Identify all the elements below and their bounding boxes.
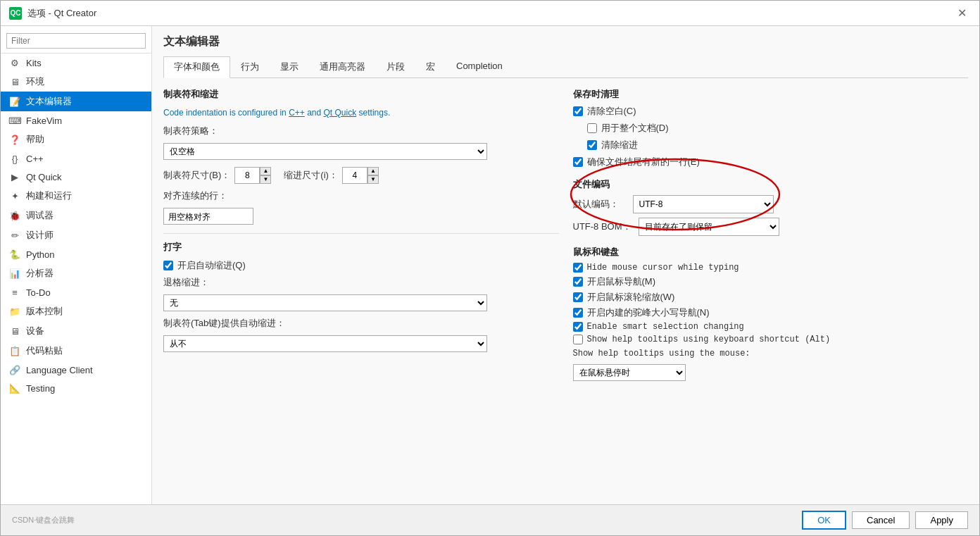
tab-size-row: 制表符尺寸(B)： ▲ ▼ 缩进尺寸(i)： ▲: [163, 167, 559, 184]
tab-policy-row: 制表符策略：: [163, 125, 559, 137]
kits-icon: ⚙: [9, 57, 20, 68]
keyboard-tooltip-row: Show help tooltips using keyboard shortc…: [573, 335, 969, 344]
show-help-select[interactable]: 在鼠标悬停时: [573, 364, 686, 381]
sidebar-item-label: 代码粘贴: [26, 344, 63, 357]
backspace-select[interactable]: 无: [163, 294, 487, 311]
sidebar-item-devices[interactable]: 🖥 设备: [1, 321, 151, 341]
left-panel: 制表符和缩进 Code indentation is configured in…: [163, 88, 559, 496]
sidebar-item-fakevim[interactable]: ⌨ FakeVim: [1, 111, 151, 130]
right-panel: 保存时清理 清除空白(C) 用于整个文档(D) 清除缩进: [573, 88, 969, 496]
mouse-scroll-checkbox[interactable]: [573, 292, 583, 302]
sidebar-item-env[interactable]: 🖥 环境: [1, 72, 151, 92]
todo-icon: ≡: [9, 287, 20, 298]
qt-quick-link[interactable]: Qt Quick: [324, 108, 357, 118]
indent-size-input[interactable]: [342, 167, 367, 184]
clear-whitespace-checkbox[interactable]: [573, 106, 583, 116]
utf8-bom-select[interactable]: 目前存在了则保留: [639, 218, 779, 236]
sidebar-item-label: C++: [26, 154, 44, 164]
sidebar-item-label: FakeVim: [26, 116, 62, 126]
sidebar-item-label: 文本编辑器: [26, 95, 72, 108]
analyzer-icon: 📊: [9, 268, 20, 279]
mouse-nav-checkbox[interactable]: [573, 277, 583, 287]
tab-generic-highlighter[interactable]: 通用高亮器: [309, 56, 376, 77]
tab-size-down-button[interactable]: ▼: [260, 175, 271, 184]
tab-snippets[interactable]: 片段: [376, 56, 415, 77]
smart-selection-row: Enable smart selection changing: [573, 322, 969, 332]
sidebar-item-designer[interactable]: ✏ 设计师: [1, 225, 151, 245]
tab-size-spinbox-buttons: ▲ ▼: [260, 167, 271, 184]
default-encoding-row: 默认编码： UTF-8: [573, 195, 969, 213]
content-area: 制表符和缩进 Code indentation is configured in…: [163, 88, 968, 496]
tab-completion[interactable]: Completion: [446, 56, 513, 77]
sidebar-item-label: 调试器: [26, 209, 54, 222]
sidebar-item-label: 分析器: [26, 267, 54, 280]
clear-indent-checkbox[interactable]: [587, 140, 597, 150]
sidebar-item-help[interactable]: ❓ 帮助: [1, 130, 151, 149]
tab-policy-select[interactable]: 仅空格: [163, 143, 487, 160]
tab-font-color[interactable]: 字体和颜色: [163, 56, 230, 78]
cancel-button[interactable]: Cancel: [852, 511, 910, 529]
sidebar-item-snippets[interactable]: 📋 代码粘贴: [1, 341, 151, 361]
smart-selection-label: Enable smart selection changing: [587, 322, 744, 332]
align-label-row: 对齐连续的行：: [163, 189, 559, 202]
testing-icon: 📐: [9, 382, 20, 394]
sidebar-item-text-editor[interactable]: 📝 文本编辑器: [1, 92, 151, 111]
sidebar-item-python[interactable]: 🐍 Python: [1, 245, 151, 263]
typing-section-title: 打字: [163, 241, 559, 254]
page-title: 文本编辑器: [163, 35, 968, 49]
sidebar-item-cpp[interactable]: {} C++: [1, 149, 151, 168]
utf8-bom-row: UTF-8 BOM： 目前存在了则保留: [573, 218, 969, 236]
sidebar-item-build-run[interactable]: ✦ 构建和运行: [1, 186, 151, 206]
tab-key-label: 制表符(Tab键)提供自动缩进：: [163, 317, 285, 330]
entire-doc-checkbox[interactable]: [587, 123, 597, 133]
sidebar-item-label: Qt Quick: [26, 172, 62, 182]
cpp-link[interactable]: C++: [289, 108, 305, 118]
tab-macros[interactable]: 宏: [415, 56, 446, 77]
tab-size-up-button[interactable]: ▲: [260, 167, 271, 175]
smart-selection-checkbox[interactable]: [573, 322, 583, 332]
indent-info: Code indentation is configured in C++ an…: [163, 106, 559, 119]
sidebar-item-label: To-Do: [26, 287, 51, 298]
tab-section-title: 制表符和缩进: [163, 88, 559, 101]
tab-key-select[interactable]: 从不: [163, 335, 487, 352]
sidebar-item-analyzer[interactable]: 📊 分析器: [1, 263, 151, 283]
sidebar-item-qt-quick[interactable]: ▶ Qt Quick: [1, 168, 151, 186]
auto-indent-row: 开启自动缩进(Q): [163, 259, 559, 272]
default-encoding-select[interactable]: UTF-8: [633, 195, 774, 213]
sidebar-item-todo[interactable]: ≡ To-Do: [1, 283, 151, 301]
tab-size-spinbox: ▲ ▼: [234, 167, 271, 184]
tab-display[interactable]: 显示: [270, 56, 309, 77]
apply-button[interactable]: Apply: [915, 511, 968, 529]
auto-indent-checkbox[interactable]: [163, 261, 173, 270]
mouse-nav-row: 开启鼠标导航(M): [573, 275, 969, 288]
sidebar-item-testing[interactable]: 📐 Testing: [1, 379, 151, 397]
sidebar-item-debugger[interactable]: 🐞 调试器: [1, 206, 151, 225]
keyboard-tooltip-checkbox[interactable]: [573, 335, 583, 344]
entire-doc-label: 用于整个文档(D): [601, 122, 669, 135]
indent-size-up-button[interactable]: ▲: [367, 167, 379, 175]
sidebar-item-kits[interactable]: ⚙ Kits: [1, 54, 151, 72]
hide-cursor-checkbox[interactable]: [573, 263, 583, 273]
default-encoding-label: 默认编码：: [573, 198, 626, 211]
tab-behavior[interactable]: 行为: [230, 56, 270, 77]
title-bar-left: QC 选项 - Qt Creator: [9, 7, 96, 20]
camel-nav-checkbox[interactable]: [573, 308, 583, 318]
close-button[interactable]: ✕: [953, 5, 971, 21]
indent-size-down-button[interactable]: ▼: [367, 175, 379, 184]
entire-doc-row: 用于整个文档(D): [587, 122, 969, 135]
hide-cursor-row: Hide mouse cursor while typing: [573, 263, 969, 273]
backspace-label-row: 退格缩进：: [163, 276, 559, 289]
ok-button[interactable]: OK: [802, 511, 846, 530]
tab-size-input[interactable]: [234, 167, 260, 184]
ensure-newline-checkbox[interactable]: [573, 157, 583, 167]
sidebar: ⚙ Kits 🖥 环境 📝 文本编辑器 ⌨ FakeVim ❓ 帮助 {} C+: [1, 26, 152, 504]
tab-key-select-row: 从不: [163, 335, 559, 352]
sidebar-item-vcs[interactable]: 📁 版本控制: [1, 301, 151, 321]
filter-input[interactable]: [6, 33, 146, 49]
filter-box: [1, 29, 151, 54]
camel-nav-label: 开启内建的驼峰大小写导航(N): [587, 306, 710, 319]
sidebar-item-language-client[interactable]: 🔗 Language Client: [1, 361, 151, 379]
sidebar-item-label: 设计师: [26, 229, 54, 242]
hide-cursor-label: Hide mouse cursor while typing: [587, 263, 739, 273]
build-run-icon: ✦: [9, 190, 20, 201]
